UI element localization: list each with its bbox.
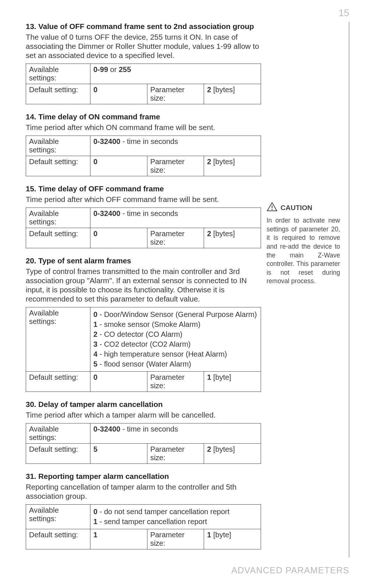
param-31-title: 31. Reporting tamper alarm cancellation — [26, 472, 261, 481]
available-settings-label: Available settings: — [26, 505, 90, 529]
param-15-block: 15. Time delay of OFF command frame Time… — [26, 184, 261, 248]
param-15-table: Available settings: 0-32400 - time in se… — [26, 208, 261, 248]
available-settings-label: Available settings: — [26, 423, 90, 444]
caution-title: CAUTION — [281, 204, 312, 212]
param-20-default: 0 — [90, 372, 147, 392]
main-column: 13. Value of OFF command frame sent to 2… — [26, 22, 261, 558]
default-setting-label: Default setting: — [26, 444, 90, 464]
param-14-avail-rest: - time in seconds — [120, 137, 178, 145]
param-15-size-unit: [bytes] — [211, 230, 235, 238]
param-13-size-unit: [bytes] — [211, 86, 235, 94]
param-14-title: 14. Time delay of ON command frame — [26, 112, 261, 121]
param-size-label: Parameter size: — [147, 372, 204, 392]
available-settings-label: Available settings: — [26, 136, 90, 156]
param-20-available: 0 - Door/Window Sensor (General Purpose … — [90, 307, 261, 372]
param-20-size: 1 [byte] — [204, 372, 261, 392]
param-13-default: 0 — [90, 84, 147, 104]
param-size-label: Parameter size: — [147, 228, 204, 248]
param-15-size-b: 2 — [207, 230, 211, 238]
param-13-size: 2 [bytes] — [204, 84, 261, 104]
param-20-size-b: 1 — [207, 373, 211, 381]
param-31-default: 1 — [90, 529, 147, 549]
option-item: 5 - flood sensor (Water Alarm) — [93, 360, 258, 368]
param-30-desc: Time period after which a tamper alarm w… — [26, 410, 261, 419]
param-14-default: 0 — [90, 156, 147, 176]
param-14-table: Available settings: 0-32400 - time in se… — [26, 136, 261, 176]
param-31-available: 0 - do not send tamper cancellation repo… — [90, 505, 261, 529]
option-item: 2 - CO detector (CO Alarm) — [93, 330, 258, 339]
option-item: 0 - Door/Window Sensor (General Purpose … — [93, 310, 258, 319]
param-20-table: Available settings: 0 - Door/Window Sens… — [26, 307, 261, 392]
param-31-size: 1 [byte] — [204, 529, 261, 549]
param-14-size-unit: [bytes] — [211, 158, 235, 166]
default-setting-label: Default setting: — [26, 84, 90, 104]
caution-icon — [267, 202, 278, 213]
param-31-size-b: 1 — [207, 531, 211, 539]
param-14-block: 14. Time delay of ON command frame Time … — [26, 112, 261, 176]
param-30-table: Available settings: 0-32400 - time in se… — [26, 423, 261, 464]
param-13-avail-b2: 255 — [119, 65, 131, 73]
param-30-avail-rest: - time in seconds — [120, 425, 178, 433]
param-31-table: Available settings: 0 - do not send tamp… — [26, 504, 261, 549]
param-14-avail-b: 0-32400 — [93, 137, 120, 145]
param-size-label: Parameter size: — [147, 84, 204, 104]
param-15-desc: Time period after which OFF command fram… — [26, 195, 261, 204]
param-30-size: 2 [bytes] — [204, 444, 261, 464]
param-20-size-unit: [byte] — [211, 373, 231, 381]
caution-box: CAUTION In order to activate new setting… — [267, 202, 340, 286]
param-13-available: 0-99 or 255 — [90, 64, 261, 84]
default-setting-label: Default setting: — [26, 228, 90, 248]
param-30-size-b: 2 — [207, 445, 211, 453]
footer-section-title: ADVANCED PARAMETERS — [231, 565, 349, 576]
available-settings-label: Available settings: — [26, 307, 90, 372]
param-13-size-b: 2 — [207, 86, 211, 94]
param-15-avail-b: 0-32400 — [93, 209, 120, 217]
param-31-size-unit: [byte] — [211, 531, 231, 539]
content-wrapper: 13. Value of OFF command frame sent to 2… — [26, 22, 349, 558]
param-30-block: 30. Delay of tamper alarm cancellation T… — [26, 400, 261, 464]
param-30-default: 5 — [90, 444, 147, 464]
default-setting-label: Default setting: — [26, 372, 90, 392]
param-14-available: 0-32400 - time in seconds — [90, 136, 261, 156]
param-31-desc: Reporting cancellation of tamper alarm t… — [26, 482, 261, 501]
param-13-block: 13. Value of OFF command frame sent to 2… — [26, 22, 261, 104]
param-15-available: 0-32400 - time in seconds — [90, 208, 261, 228]
param-size-label: Parameter size: — [147, 529, 204, 549]
option-item: 3 - CO2 detector (CO2 Alarm) — [93, 340, 258, 349]
param-13-table: Available settings: 0-99 or 255 Default … — [26, 64, 261, 104]
param-14-size-b: 2 — [207, 158, 211, 166]
param-size-label: Parameter size: — [147, 444, 204, 464]
param-13-desc: The value of 0 turns OFF the device, 255… — [26, 32, 261, 60]
svg-point-2 — [272, 209, 273, 210]
option-item: 1 - smoke sensor (Smoke Alarm) — [93, 320, 258, 329]
param-13-avail-b1: 0-99 — [93, 65, 108, 73]
param-20-desc: Type of control frames transmitted to th… — [26, 267, 261, 303]
param-30-title: 30. Delay of tamper alarm cancellation — [26, 400, 261, 409]
available-settings-label: Available settings: — [26, 208, 90, 228]
param-31-block: 31. Reporting tamper alarm cancellation … — [26, 472, 261, 549]
option-item: 0 - do not send tamper cancellation repo… — [93, 508, 258, 516]
param-20-block: 20. Type of sent alarm frames Type of co… — [26, 256, 261, 392]
param-30-available: 0-32400 - time in seconds — [90, 423, 261, 444]
page-number: 15 — [339, 7, 349, 19]
param-15-default: 0 — [90, 228, 147, 248]
available-settings-label: Available settings: — [26, 64, 90, 84]
param-20-title: 20. Type of sent alarm frames — [26, 256, 261, 265]
option-item: 4 - high temperature sensor (Heat Alarm) — [93, 350, 258, 358]
param-15-title: 15. Time delay of OFF command frame — [26, 184, 261, 193]
option-item: 1 - send tamper cancellation report — [93, 517, 258, 526]
param-13-title: 13. Value of OFF command frame sent to 2… — [26, 22, 261, 31]
param-30-size-unit: [bytes] — [211, 445, 235, 453]
param-15-avail-rest: - time in seconds — [120, 209, 178, 217]
param-30-avail-b: 0-32400 — [93, 425, 120, 433]
default-setting-label: Default setting: — [26, 156, 90, 176]
param-14-desc: Time period after which ON command frame… — [26, 123, 261, 132]
param-14-size: 2 [bytes] — [204, 156, 261, 176]
caution-header: CAUTION — [267, 202, 340, 213]
side-column: CAUTION In order to activate new setting… — [267, 22, 340, 558]
param-15-size: 2 [bytes] — [204, 228, 261, 248]
param-13-avail-mid: or — [108, 65, 119, 73]
caution-text: In order to activate new settings of par… — [267, 216, 340, 286]
param-size-label: Parameter size: — [147, 156, 204, 176]
default-setting-label: Default setting: — [26, 529, 90, 549]
